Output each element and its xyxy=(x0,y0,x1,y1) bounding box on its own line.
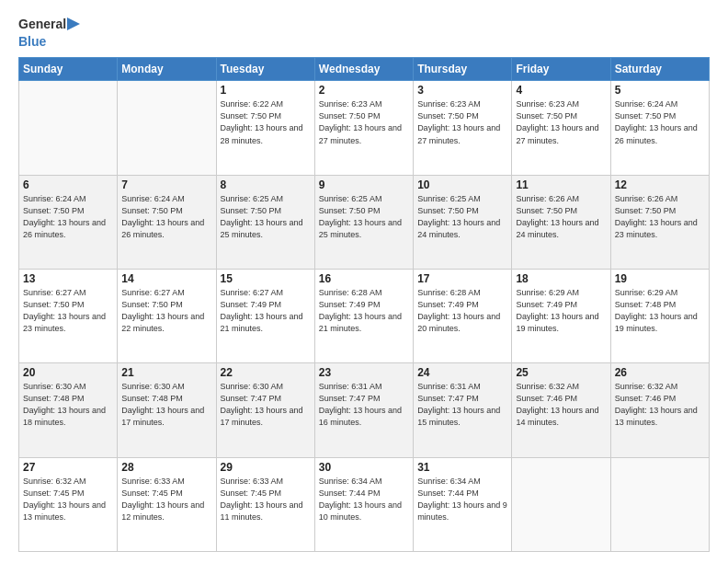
day-info: Sunrise: 6:25 AM Sunset: 7:50 PM Dayligh… xyxy=(417,193,507,241)
calendar-cell: 8Sunrise: 6:25 AM Sunset: 7:50 PM Daylig… xyxy=(216,175,314,269)
calendar-table: SundayMondayTuesdayWednesdayThursdayFrid… xyxy=(18,57,710,552)
day-info: Sunrise: 6:32 AM Sunset: 7:46 PM Dayligh… xyxy=(516,381,606,429)
calendar-week-row: 6Sunrise: 6:24 AM Sunset: 7:50 PM Daylig… xyxy=(19,175,710,269)
day-number: 28 xyxy=(121,461,211,474)
day-number: 1 xyxy=(221,84,311,97)
calendar-cell: 29Sunrise: 6:33 AM Sunset: 7:45 PM Dayli… xyxy=(216,457,314,551)
calendar-cell: 6Sunrise: 6:24 AM Sunset: 7:50 PM Daylig… xyxy=(19,175,118,269)
calendar-cell: 13Sunrise: 6:27 AM Sunset: 7:50 PM Dayli… xyxy=(19,270,118,363)
day-number: 31 xyxy=(417,461,507,474)
day-info: Sunrise: 6:23 AM Sunset: 7:50 PM Dayligh… xyxy=(319,98,409,146)
weekday-header-sunday: Sunday xyxy=(19,58,118,81)
logo-blue: Blue xyxy=(18,34,46,49)
calendar-cell: 17Sunrise: 6:28 AM Sunset: 7:49 PM Dayli… xyxy=(414,270,512,363)
calendar-cell: 18Sunrise: 6:29 AM Sunset: 7:49 PM Dayli… xyxy=(512,270,610,363)
day-info: Sunrise: 6:31 AM Sunset: 7:47 PM Dayligh… xyxy=(319,381,409,429)
day-info: Sunrise: 6:26 AM Sunset: 7:50 PM Dayligh… xyxy=(615,193,705,241)
day-info: Sunrise: 6:24 AM Sunset: 7:50 PM Dayligh… xyxy=(23,193,113,241)
calendar-cell: 25Sunrise: 6:32 AM Sunset: 7:46 PM Dayli… xyxy=(512,363,610,457)
calendar-cell: 26Sunrise: 6:32 AM Sunset: 7:46 PM Dayli… xyxy=(610,363,709,457)
day-number: 26 xyxy=(615,366,705,379)
calendar-cell: 27Sunrise: 6:32 AM Sunset: 7:45 PM Dayli… xyxy=(19,457,118,551)
day-number: 8 xyxy=(221,178,311,191)
calendar-cell: 10Sunrise: 6:25 AM Sunset: 7:50 PM Dayli… xyxy=(414,175,512,269)
day-info: Sunrise: 6:22 AM Sunset: 7:50 PM Dayligh… xyxy=(221,98,311,146)
logo-general: General xyxy=(18,17,66,31)
day-info: Sunrise: 6:33 AM Sunset: 7:45 PM Dayligh… xyxy=(121,476,211,523)
day-number: 21 xyxy=(121,366,211,379)
calendar-cell: 11Sunrise: 6:26 AM Sunset: 7:50 PM Dayli… xyxy=(512,175,610,269)
calendar-cell: 30Sunrise: 6:34 AM Sunset: 7:44 PM Dayli… xyxy=(314,457,413,551)
weekday-header-thursday: Thursday xyxy=(414,58,512,81)
calendar-week-row: 20Sunrise: 6:30 AM Sunset: 7:48 PM Dayli… xyxy=(19,363,710,457)
weekday-header-row: SundayMondayTuesdayWednesdayThursdayFrid… xyxy=(19,58,710,81)
day-info: Sunrise: 6:30 AM Sunset: 7:48 PM Dayligh… xyxy=(121,381,211,429)
day-info: Sunrise: 6:28 AM Sunset: 7:49 PM Dayligh… xyxy=(319,287,409,335)
day-info: Sunrise: 6:33 AM Sunset: 7:45 PM Dayligh… xyxy=(221,476,311,523)
calendar-cell: 2Sunrise: 6:23 AM Sunset: 7:50 PM Daylig… xyxy=(314,81,413,175)
day-info: Sunrise: 6:34 AM Sunset: 7:44 PM Dayligh… xyxy=(319,476,409,523)
calendar-cell: 31Sunrise: 6:34 AM Sunset: 7:44 PM Dayli… xyxy=(414,457,512,551)
day-info: Sunrise: 6:29 AM Sunset: 7:49 PM Dayligh… xyxy=(516,287,606,335)
weekday-header-tuesday: Tuesday xyxy=(216,58,314,81)
calendar-cell: 20Sunrise: 6:30 AM Sunset: 7:48 PM Dayli… xyxy=(19,363,118,457)
day-number: 18 xyxy=(516,272,606,285)
day-number: 20 xyxy=(23,366,113,379)
calendar-week-row: 13Sunrise: 6:27 AM Sunset: 7:50 PM Dayli… xyxy=(19,270,710,363)
svg-marker-0 xyxy=(67,17,80,30)
day-info: Sunrise: 6:27 AM Sunset: 7:49 PM Dayligh… xyxy=(221,287,311,335)
day-number: 17 xyxy=(417,272,507,285)
day-number: 13 xyxy=(23,272,113,285)
day-info: Sunrise: 6:30 AM Sunset: 7:48 PM Dayligh… xyxy=(23,381,113,429)
day-info: Sunrise: 6:32 AM Sunset: 7:46 PM Dayligh… xyxy=(615,381,705,429)
calendar-cell: 24Sunrise: 6:31 AM Sunset: 7:47 PM Dayli… xyxy=(414,363,512,457)
day-number: 5 xyxy=(615,84,705,97)
day-number: 25 xyxy=(516,366,606,379)
calendar-cell xyxy=(118,81,216,175)
day-info: Sunrise: 6:26 AM Sunset: 7:50 PM Dayligh… xyxy=(516,193,606,241)
page: General Blue SundayMondayTuesdayWednesda… xyxy=(0,0,728,563)
calendar-cell: 5Sunrise: 6:24 AM Sunset: 7:50 PM Daylig… xyxy=(610,81,709,175)
day-info: Sunrise: 6:24 AM Sunset: 7:50 PM Dayligh… xyxy=(121,193,211,241)
day-number: 30 xyxy=(319,461,409,474)
calendar-week-row: 27Sunrise: 6:32 AM Sunset: 7:45 PM Dayli… xyxy=(19,457,710,551)
day-number: 23 xyxy=(319,366,409,379)
day-info: Sunrise: 6:25 AM Sunset: 7:50 PM Dayligh… xyxy=(319,193,409,241)
calendar-cell xyxy=(512,457,610,551)
calendar-week-row: 1Sunrise: 6:22 AM Sunset: 7:50 PM Daylig… xyxy=(19,81,710,175)
day-number: 12 xyxy=(615,178,705,191)
day-number: 2 xyxy=(319,84,409,97)
day-number: 9 xyxy=(319,178,409,191)
calendar-cell: 12Sunrise: 6:26 AM Sunset: 7:50 PM Dayli… xyxy=(610,175,709,269)
weekday-header-monday: Monday xyxy=(118,58,216,81)
day-info: Sunrise: 6:28 AM Sunset: 7:49 PM Dayligh… xyxy=(417,287,507,335)
calendar-cell: 22Sunrise: 6:30 AM Sunset: 7:47 PM Dayli… xyxy=(216,363,314,457)
calendar-cell xyxy=(610,457,709,551)
calendar-cell: 9Sunrise: 6:25 AM Sunset: 7:50 PM Daylig… xyxy=(314,175,413,269)
day-info: Sunrise: 6:24 AM Sunset: 7:50 PM Dayligh… xyxy=(615,98,705,146)
day-number: 22 xyxy=(221,366,311,379)
logo-text: General Blue xyxy=(18,15,82,50)
calendar-cell xyxy=(19,81,118,175)
day-number: 15 xyxy=(221,272,311,285)
day-number: 7 xyxy=(121,178,211,191)
day-info: Sunrise: 6:23 AM Sunset: 7:50 PM Dayligh… xyxy=(417,98,507,146)
calendar-cell: 23Sunrise: 6:31 AM Sunset: 7:47 PM Dayli… xyxy=(314,363,413,457)
header: General Blue xyxy=(18,15,710,50)
day-number: 16 xyxy=(319,272,409,285)
calendar-cell: 4Sunrise: 6:23 AM Sunset: 7:50 PM Daylig… xyxy=(512,81,610,175)
logo: General Blue xyxy=(18,15,82,50)
day-number: 27 xyxy=(23,461,113,474)
day-info: Sunrise: 6:31 AM Sunset: 7:47 PM Dayligh… xyxy=(417,381,507,429)
day-number: 19 xyxy=(615,272,705,285)
calendar-cell: 16Sunrise: 6:28 AM Sunset: 7:49 PM Dayli… xyxy=(314,270,413,363)
calendar-cell: 3Sunrise: 6:23 AM Sunset: 7:50 PM Daylig… xyxy=(414,81,512,175)
day-info: Sunrise: 6:34 AM Sunset: 7:44 PM Dayligh… xyxy=(417,476,507,523)
day-number: 10 xyxy=(417,178,507,191)
day-info: Sunrise: 6:25 AM Sunset: 7:50 PM Dayligh… xyxy=(221,193,311,241)
calendar-cell: 28Sunrise: 6:33 AM Sunset: 7:45 PM Dayli… xyxy=(118,457,216,551)
calendar-cell: 7Sunrise: 6:24 AM Sunset: 7:50 PM Daylig… xyxy=(118,175,216,269)
calendar-cell: 19Sunrise: 6:29 AM Sunset: 7:48 PM Dayli… xyxy=(610,270,709,363)
calendar-cell: 1Sunrise: 6:22 AM Sunset: 7:50 PM Daylig… xyxy=(216,81,314,175)
weekday-header-saturday: Saturday xyxy=(610,58,709,81)
